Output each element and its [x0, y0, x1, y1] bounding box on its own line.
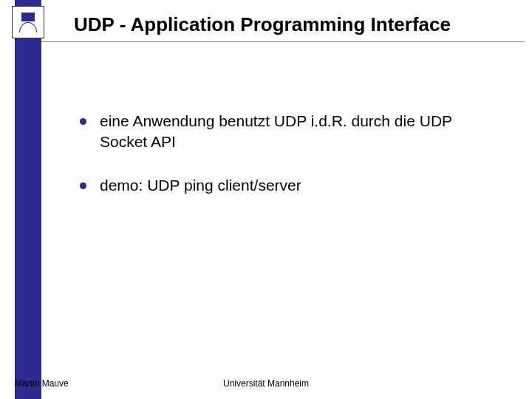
content-area: eine Anwendung benutzt UDP i.d.R. durch …	[80, 111, 502, 218]
bullet-icon	[80, 183, 86, 189]
title-area: UDP - Application Programming Interface	[74, 13, 510, 36]
left-accent-stripe	[15, 0, 41, 399]
bullet-text: eine Anwendung benutzt UDP i.d.R. durch …	[100, 111, 502, 153]
bullet-icon	[80, 118, 86, 125]
footer-institution: Universität Mannheim	[0, 378, 532, 389]
list-item: demo: UDP ping client/server	[80, 175, 502, 196]
list-item: eine Anwendung benutzt UDP i.d.R. durch …	[80, 111, 502, 153]
logo-icon	[16, 10, 40, 34]
slide-title: UDP - Application Programming Interface	[74, 13, 510, 36]
bullet-text: demo: UDP ping client/server	[100, 175, 502, 196]
title-underline	[41, 41, 525, 42]
university-logo	[12, 6, 44, 38]
